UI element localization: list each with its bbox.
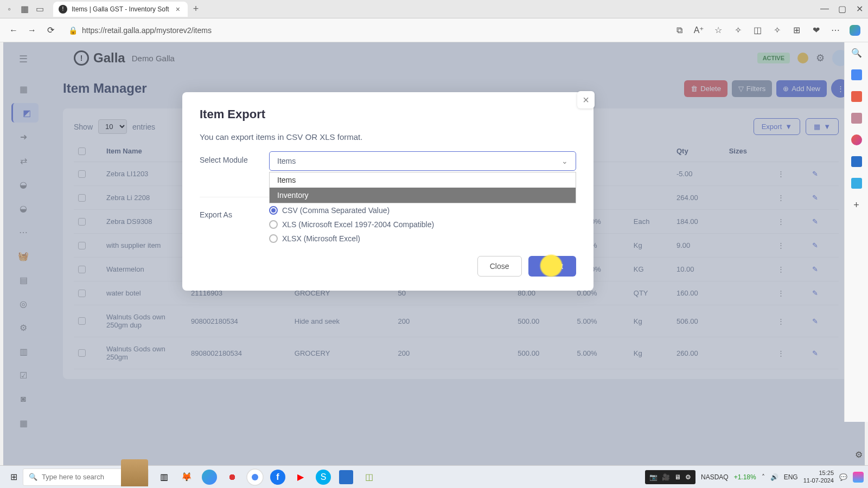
svg-point-1 — [252, 474, 258, 480]
volume-icon[interactable]: 🔊 — [770, 473, 778, 481]
radio-icon — [269, 206, 278, 215]
monitor-icon: 🖥 — [674, 473, 681, 481]
start-button[interactable]: ⊞ — [4, 468, 23, 486]
lock-icon: 🔒 — [68, 26, 78, 35]
collections-icon[interactable]: ✧ — [771, 25, 782, 36]
format-xlsx-label: XLSX (Microsoft Excel) — [282, 234, 360, 243]
more-icon[interactable]: ⋯ — [830, 25, 841, 36]
window-minimize-icon[interactable]: — — [820, 4, 829, 14]
back-icon[interactable]: ← — [8, 24, 20, 36]
chevron-down-icon: ⌄ — [561, 157, 568, 165]
url-input[interactable]: 🔒 https://retail.galla.app/mystorev2/ite… — [63, 24, 667, 37]
browser-tab[interactable]: ! Items | Galla GST - Inventory Soft × — [53, 2, 188, 17]
extensions-icon[interactable]: ✧ — [732, 25, 743, 36]
open-external-icon[interactable]: ⧉ — [674, 25, 685, 36]
edge-settings-icon[interactable]: ⚙ — [855, 450, 863, 460]
workspaces-icon[interactable]: ▦ — [20, 4, 29, 14]
tab-title: Items | Galla GST - Inventory Soft — [72, 5, 169, 13]
modal-export-button[interactable]: Export — [528, 256, 576, 277]
browser-tab-strip: ◦ ▦ ▭ ! Items | Galla GST - Inventory So… — [0, 0, 868, 18]
address-bar: ← → ⟳ 🔒 https://retail.galla.app/mystore… — [0, 18, 868, 42]
notification-icon[interactable]: 💬 — [839, 473, 847, 481]
format-xls-radio[interactable]: XLS (Microsoft Excel 1997-2004 Compatibl… — [269, 220, 576, 229]
camera-icon: 📷 — [649, 473, 658, 481]
window-maximize-icon[interactable]: ▢ — [838, 4, 846, 14]
radio-icon — [269, 234, 278, 243]
edge-shopping-icon[interactable] — [851, 91, 862, 102]
module-option-items[interactable]: Items — [270, 172, 576, 188]
format-csv-radio[interactable]: CSV (Comma Separated Value) — [269, 206, 576, 215]
task-view-icon[interactable]: ▥ — [154, 467, 174, 487]
gear-icon: ⚙ — [685, 473, 691, 481]
tray-time: 15:25 — [803, 470, 834, 477]
module-label: Select Module — [200, 151, 256, 164]
module-select[interactable]: Items ⌄ — [269, 151, 576, 171]
split-icon[interactable]: ◫ — [752, 25, 763, 36]
edge-send-icon[interactable] — [851, 178, 862, 189]
edge-search-icon[interactable]: 🔍 — [851, 48, 862, 59]
favorite-icon[interactable]: ☆ — [713, 25, 724, 36]
copilot-icon[interactable] — [850, 25, 860, 36]
app-container: ☰ ▦ ◩ ➜ ⇄ ◒ ◒ ⋯ 🧺 ▤ ◎ ⚙ ▥ ☑ ◙ ▦ ! Galla … — [3, 42, 865, 485]
edge-office-icon[interactable] — [851, 134, 862, 145]
skype-icon[interactable]: S — [316, 470, 331, 485]
edge-outlook-icon[interactable] — [851, 156, 862, 167]
url-text: https://retail.galla.app/mystorev2/items — [82, 26, 212, 35]
export-as-label: Export As — [200, 206, 256, 219]
tray-date: 11-07-2024 — [803, 477, 834, 484]
modal-close-action-button[interactable]: Close — [477, 256, 522, 277]
video-icon: 🎥 — [662, 473, 670, 481]
tab-close-icon[interactable]: × — [174, 5, 182, 14]
item-export-modal: × Item Export You can export items in CS… — [182, 92, 593, 291]
record-icon[interactable]: ⏺ — [222, 467, 242, 487]
modal-close-button[interactable]: × — [577, 91, 595, 108]
edge-people-icon[interactable] — [851, 113, 862, 124]
profile-icon[interactable]: ◦ — [4, 4, 14, 14]
modal-export-label: Export — [541, 262, 563, 271]
youtube-icon[interactable]: ▶ — [291, 467, 310, 487]
shopping-icon[interactable]: ❤ — [810, 25, 821, 36]
module-value: Items — [277, 157, 296, 165]
taskbar: ⊞ 🔍 Type here to search ▥ 🦊 ⏺ f ▶ S ◫ 📷 … — [0, 465, 868, 488]
tray-chevron-icon[interactable]: ˄ — [762, 473, 765, 481]
modal-title: Item Export — [200, 107, 576, 121]
tray-media[interactable]: 📷 🎥 🖥 ⚙ — [645, 470, 695, 484]
search-icon: 🔍 — [29, 473, 37, 481]
firefox-icon[interactable]: 🦊 — [177, 467, 196, 487]
reload-icon[interactable]: ⟳ — [44, 24, 56, 36]
format-xlsx-radio[interactable]: XLSX (Microsoft Excel) — [269, 234, 576, 243]
search-placeholder: Type here to search — [42, 473, 104, 481]
stock-name[interactable]: NASDAQ — [701, 473, 729, 481]
module-option-inventory[interactable]: Inventory — [270, 188, 576, 203]
lang-indicator[interactable]: ENG — [784, 473, 798, 481]
text-size-icon[interactable]: A⁺ — [693, 25, 704, 36]
favicon-icon: ! — [59, 5, 67, 14]
format-xls-label: XLS (Microsoft Excel 1997-2004 Compatibl… — [282, 220, 434, 229]
taskbar-search[interactable]: 🔍 Type here to search — [23, 468, 149, 486]
format-csv-label: CSV (Comma Separated Value) — [282, 206, 390, 215]
tabactions-icon[interactable]: ▭ — [35, 4, 44, 14]
search-highlight-icon — [121, 459, 148, 486]
facebook-icon[interactable]: f — [270, 470, 285, 485]
new-tab-button[interactable]: + — [188, 3, 205, 15]
stock-change[interactable]: +1.18% — [734, 473, 756, 481]
chrome-icon[interactable] — [245, 467, 265, 487]
module-dropdown: Items Inventory — [269, 172, 576, 203]
modal-subtitle: You can export items in CSV OR XLS forma… — [200, 132, 576, 142]
radio-icon — [269, 220, 278, 229]
forward-icon[interactable]: → — [26, 24, 38, 36]
window-close-icon[interactable]: ✕ — [855, 4, 864, 14]
app-icon[interactable]: ◫ — [359, 467, 379, 487]
edge-sidebar: 🔍 + — [844, 42, 868, 422]
addon-icon[interactable]: ⊞ — [791, 25, 802, 36]
edge-add-icon[interactable]: + — [851, 200, 862, 210]
edge-tool1-icon[interactable] — [851, 69, 862, 80]
share-icon[interactable] — [853, 472, 864, 483]
edge-icon[interactable] — [202, 470, 217, 485]
tray-clock[interactable]: 15:25 11-07-2024 — [803, 470, 834, 484]
store-icon[interactable] — [339, 470, 353, 484]
